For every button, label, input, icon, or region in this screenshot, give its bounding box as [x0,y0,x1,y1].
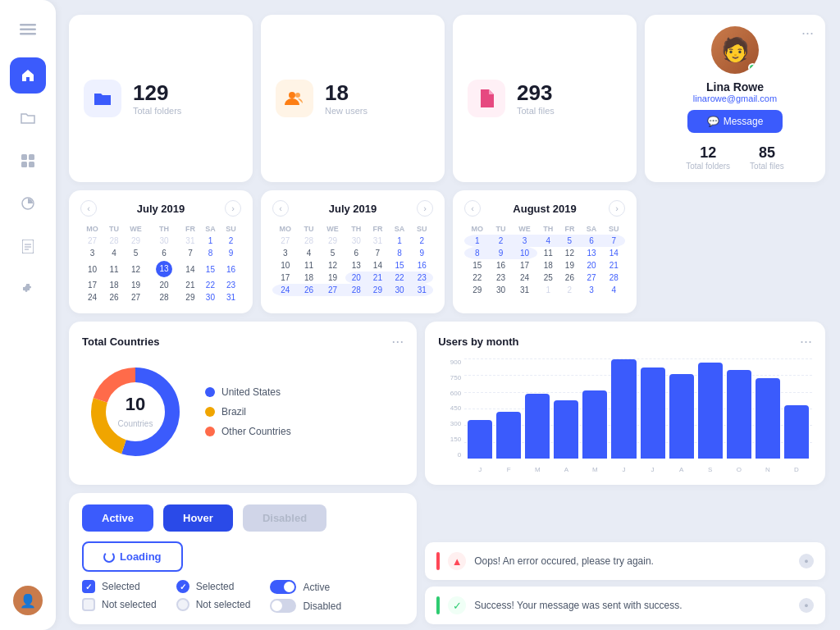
svg-rect-3 [21,154,27,160]
bar-jun[interactable] [611,359,636,459]
controls-card: Active Hover Disabled Loading ✓ Selected [69,493,417,624]
y-label-150: 150 [450,436,461,443]
error-icon: ▲ [448,552,466,570]
bar-jul[interactable] [641,368,665,459]
sidebar-avatar[interactable]: 👤 [13,586,43,615]
checkbox-not-selected-label: Not selected [102,599,157,610]
success-alert: ✓ Success! Your message was sent with su… [425,587,825,624]
hover-button[interactable]: Hover [163,504,233,532]
cal3-grid: MOTUWETHFRSASU 1234567 891011121314 1516… [464,223,625,296]
y-label-450: 450 [450,404,461,412]
donut-title-row: Total Countries ··· [82,333,404,350]
success-icon: ✓ [448,596,466,614]
svg-rect-4 [29,154,34,160]
legend-dot-other [205,427,215,436]
checkbox-selected: ✓ Selected [82,580,157,593]
cal2-prev[interactable]: ‹ [272,200,289,217]
sidebar-item-folder[interactable] [10,100,46,136]
sidebar-menu-icon[interactable] [13,15,43,44]
profile-email: linarowe@gmail.com [693,94,777,103]
legend-dot-us [205,387,215,397]
toggle-disabled-thumb [272,600,282,611]
stats-row: 129 Total folders 18 New users [69,15,825,182]
bar-mar[interactable] [525,394,550,459]
main-content: 129 Total folders 18 New users [56,0,840,630]
stat-label-users: New users [325,106,368,116]
toggle-active-label: Active [303,582,330,593]
bar-feb[interactable] [496,412,521,459]
bar-sep[interactable] [698,363,723,459]
success-close[interactable]: ● [799,598,814,613]
y-label-750: 750 [450,374,461,381]
bar-apr[interactable] [554,400,578,459]
cal3-prev[interactable]: ‹ [464,200,481,217]
sidebar-item-puzzle[interactable] [10,271,46,307]
donut-content: 10 Countries United States Brazil [82,358,404,465]
profile-files-count: 85 [750,144,784,162]
bar-chart-card: Users by month ··· 900 750 600 450 300 1… [425,322,825,485]
toggle-active-switch[interactable] [270,580,296,594]
cal1-next[interactable]: › [225,200,241,217]
donut-label: 10 Countries [118,394,153,430]
bar-may[interactable] [582,390,607,459]
calendar-3: ‹ August 2019 › MOTUWETHFRSASU 1234567 8… [453,190,637,313]
users-icon [276,80,313,117]
bar-jan[interactable] [468,420,492,459]
checkbox-empty-box[interactable] [82,598,95,611]
x-label-a1: A [554,466,578,473]
profile-stats: 12 Total folders 85 Total files [686,144,784,171]
legend-dot-brazil [205,407,215,417]
donut-card: Total Countries ··· [69,322,417,485]
sidebar-item-doc[interactable] [10,228,46,264]
loading-button[interactable]: Loading [82,541,183,572]
stat-number-folders: 129 [133,82,181,103]
svg-point-13 [295,93,300,98]
success-accent [436,596,440,614]
folder-icon [84,80,121,117]
donut-dots-menu[interactable]: ··· [391,333,404,350]
svg-rect-2 [20,33,36,35]
cal1-header: ‹ July 2019 › [80,200,241,217]
cal2-title: July 2019 [329,203,377,215]
bottom-row: Active Hover Disabled Loading ✓ Selected [69,493,825,624]
bar-aug[interactable] [669,374,694,459]
profile-folders-count: 12 [686,144,730,162]
radio-empty-box[interactable] [176,598,189,611]
donut-chart: 10 Countries [82,358,189,465]
profile-stat-files: 85 Total files [750,144,784,171]
checkbox-selected-box[interactable]: ✓ [82,580,95,593]
sidebar: 👤 [0,0,56,630]
x-label-s: S [698,466,723,473]
stat-label-folders: Total folders [133,106,181,116]
message-button[interactable]: 💬 Message [687,110,783,133]
sidebar-item-chart[interactable] [10,185,46,221]
cal3-next[interactable]: › [609,200,625,217]
error-close[interactable]: ● [799,554,814,568]
radio-selected-box[interactable]: ✓ [176,580,189,593]
toggle-group: Active Disabled [270,580,341,613]
radio-not-selected: Not selected [176,598,251,611]
toggle-disabled: Disabled [270,599,341,613]
online-indicator [748,63,757,72]
profile-dots-menu[interactable]: ··· [801,25,814,42]
x-label-o: O [727,466,751,473]
cal2-next[interactable]: › [417,200,433,217]
stat-info-users: 18 New users [325,82,368,116]
bar-dec[interactable] [784,405,809,459]
bar-oct[interactable] [727,370,751,459]
sidebar-item-grid[interactable] [10,143,46,179]
cal1-prev[interactable]: ‹ [80,200,97,217]
bar-x-axis: J F M A M J J A S O N D [464,466,812,473]
content-grid: 129 Total folders 18 New users [69,15,825,624]
active-button[interactable]: Active [82,504,153,532]
cal3-title: August 2019 [513,203,576,215]
cal2-grid: MOTUWETHFRSASU 272829303112 3456789 1011… [272,223,433,296]
bar-nov[interactable] [756,378,780,459]
donut-legend: United States Brazil Other Countries [205,386,291,437]
stat-card-folders: 129 Total folders [69,15,253,182]
bar-chart-container: 900 750 600 450 300 150 0 [438,358,812,473]
stat-label-files: Total files [517,106,555,116]
donut-sub: Countries [118,419,153,428]
bar-dots-menu[interactable]: ··· [800,333,812,350]
sidebar-item-home[interactable] [10,57,46,94]
